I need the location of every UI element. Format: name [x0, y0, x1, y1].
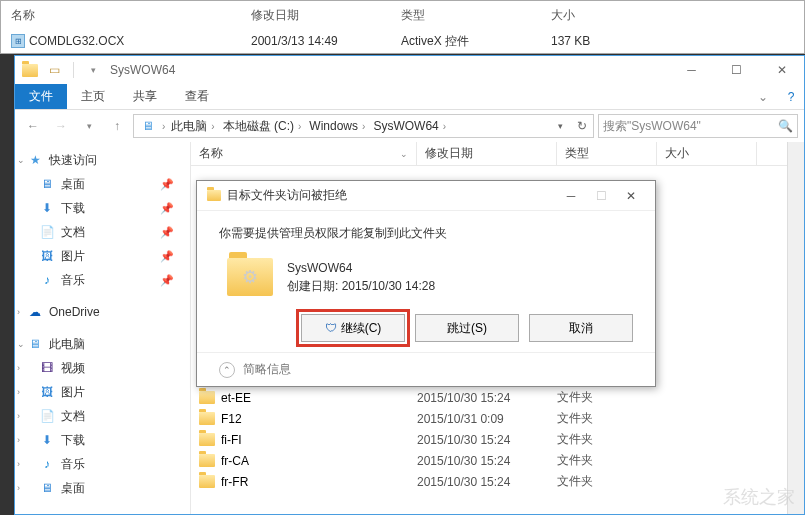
search-icon[interactable]: 🔍	[778, 119, 793, 133]
chevron-right-icon[interactable]: ›	[17, 483, 20, 493]
refresh-icon[interactable]: ↻	[571, 115, 593, 137]
qat-dropdown-icon[interactable]: ▾	[82, 59, 104, 81]
dialog-footer[interactable]: ⌃ 简略信息	[197, 352, 655, 386]
sidebar-item-download[interactable]: ⬇下载📌	[15, 196, 190, 220]
recent-dropdown[interactable]: ▾	[77, 114, 101, 138]
file-row[interactable]: F122015/10/31 0:09文件夹	[191, 408, 804, 429]
sidebar-item-picture[interactable]: 🖼图片📌	[15, 244, 190, 268]
col-date[interactable]: 修改日期	[251, 7, 401, 24]
address-bar[interactable]: 🖥 › 此电脑› 本地磁盘 (C:)› Windows› SysWOW64› ▾…	[133, 114, 594, 138]
sidebar-item-desktop[interactable]: 🖥桌面📌	[15, 172, 190, 196]
col-type[interactable]: 类型	[401, 7, 551, 24]
cancel-button[interactable]: 取消	[529, 314, 633, 342]
pin-icon[interactable]: 📌	[160, 250, 174, 263]
vertical-scrollbar[interactable]	[787, 142, 804, 514]
sidebar-quick-access[interactable]: ⌄ ★ 快速访问	[15, 148, 190, 172]
file-name: COMDLG32.OCX	[29, 34, 124, 48]
forward-button[interactable]: →	[49, 114, 73, 138]
file-row[interactable]: fr-CA2015/10/30 15:24文件夹	[191, 450, 804, 471]
minimize-button[interactable]: ─	[669, 56, 714, 84]
chevron-right-icon[interactable]: ›	[17, 363, 20, 373]
sidebar-thispc[interactable]: ⌄ 🖥 此电脑	[15, 332, 190, 356]
chevron-right-icon[interactable]: ›	[17, 411, 20, 421]
sidebar-item-picture[interactable]: ›🖼图片	[15, 380, 190, 404]
tab-file[interactable]: 文件	[15, 84, 67, 109]
chevron-down-icon[interactable]: ⌄	[17, 155, 25, 165]
continue-button[interactable]: 🛡 继续(C)	[301, 314, 405, 342]
addr-dropdown-icon[interactable]: ▾	[549, 115, 571, 137]
dialog-close-button[interactable]: ✕	[617, 184, 645, 208]
sidebar-item-music[interactable]: ›♪音乐	[15, 452, 190, 476]
ocx-icon: ⊞	[11, 34, 25, 48]
titlebar[interactable]: ▭ ▾ SysWOW64 ─ ☐ ✕	[15, 56, 804, 84]
col-name[interactable]: 名称	[11, 7, 251, 24]
pin-icon[interactable]: 📌	[160, 178, 174, 191]
col-name[interactable]: 名称⌄	[191, 142, 417, 165]
col-size[interactable]: 大小	[657, 142, 757, 165]
pin-icon[interactable]: 📌	[160, 226, 174, 239]
crumb-thispc[interactable]: 此电脑›	[167, 115, 218, 137]
chevron-right-icon[interactable]: ›	[17, 387, 20, 397]
target-folder-name: SysWOW64	[287, 259, 435, 277]
column-headers: 名称⌄ 修改日期 类型 大小	[191, 142, 804, 166]
chevron-up-icon: ⌃	[219, 362, 235, 378]
file-row[interactable]: fr-FR2015/10/30 15:24文件夹	[191, 471, 804, 492]
dialog-title: 目标文件夹访问被拒绝	[227, 187, 347, 204]
back-button[interactable]: ←	[21, 114, 45, 138]
col-size[interactable]: 大小	[551, 7, 701, 24]
tab-share[interactable]: 共享	[119, 84, 171, 109]
chevron-right-icon[interactable]: ›	[17, 459, 20, 469]
pc-icon: 🖥	[138, 116, 158, 136]
dialog-maximize-button[interactable]: ☐	[587, 184, 615, 208]
document-icon: 📄	[39, 408, 55, 424]
sidebar-onedrive[interactable]: › ☁ OneDrive	[15, 300, 190, 324]
folder-icon	[199, 433, 215, 446]
ribbon-tabs: 文件 主页 共享 查看 ⌄ ?	[15, 84, 804, 110]
music-icon: ♪	[39, 456, 55, 472]
sidebar-item-document[interactable]: 📄文档📌	[15, 220, 190, 244]
close-button[interactable]: ✕	[759, 56, 804, 84]
tab-home[interactable]: 主页	[67, 84, 119, 109]
qat-properties-icon[interactable]: ▭	[43, 59, 65, 81]
star-icon: ★	[27, 152, 43, 168]
sidebar-item-music[interactable]: ♪音乐📌	[15, 268, 190, 292]
up-button[interactable]: ↑	[105, 114, 129, 138]
chevron-down-icon[interactable]: ⌄	[17, 339, 25, 349]
file-row[interactable]: et-EE2015/10/30 15:24文件夹	[191, 387, 804, 408]
folder-icon	[199, 412, 215, 425]
help-icon[interactable]: ?	[778, 84, 804, 109]
crumb-syswow64[interactable]: SysWOW64›	[369, 115, 450, 137]
dialog-titlebar[interactable]: 目标文件夹访问被拒绝 ─ ☐ ✕	[197, 181, 655, 211]
desktop-icon: 🖥	[39, 480, 55, 496]
skip-button[interactable]: 跳过(S)	[415, 314, 519, 342]
parent-file-row[interactable]: ⊞COMDLG32.OCX 2001/3/13 14:49 ActiveX 控件…	[1, 29, 804, 53]
search-input[interactable]: 搜索"SysWOW64" 🔍	[598, 114, 798, 138]
maximize-button[interactable]: ☐	[714, 56, 759, 84]
sidebar-item-document[interactable]: ›📄文档	[15, 404, 190, 428]
desktop-icon: 🖥	[39, 176, 55, 192]
navbar: ← → ▾ ↑ 🖥 › 此电脑› 本地磁盘 (C:)› Windows› Sys…	[15, 110, 804, 142]
chevron-right-icon[interactable]: ›	[17, 435, 20, 445]
col-date[interactable]: 修改日期	[417, 142, 557, 165]
divider	[73, 62, 74, 78]
folder-icon	[199, 391, 215, 404]
music-icon: ♪	[39, 272, 55, 288]
parent-window: 名称 修改日期 类型 大小 ⊞COMDLG32.OCX 2001/3/13 14…	[0, 0, 805, 54]
sidebar-item-video[interactable]: ›🎞视频	[15, 356, 190, 380]
ribbon-expand-icon[interactable]: ⌄	[748, 84, 778, 109]
pc-icon: 🖥	[27, 336, 43, 352]
picture-icon: 🖼	[39, 384, 55, 400]
pin-icon[interactable]: 📌	[160, 202, 174, 215]
sidebar-item-desktop[interactable]: ›🖥桌面	[15, 476, 190, 500]
dialog-minimize-button[interactable]: ─	[557, 184, 585, 208]
file-row[interactable]: fi-FI2015/10/30 15:24文件夹	[191, 429, 804, 450]
tab-view[interactable]: 查看	[171, 84, 223, 109]
crumb-drive[interactable]: 本地磁盘 (C:)›	[219, 115, 306, 137]
access-denied-dialog: 目标文件夹访问被拒绝 ─ ☐ ✕ 你需要提供管理员权限才能复制到此文件夹 ⚙ S…	[196, 180, 656, 387]
col-type[interactable]: 类型	[557, 142, 657, 165]
file-size: 137 KB	[551, 34, 701, 48]
pin-icon[interactable]: 📌	[160, 274, 174, 287]
chevron-right-icon[interactable]: ›	[17, 307, 20, 317]
sidebar-item-download[interactable]: ›⬇下载	[15, 428, 190, 452]
crumb-windows[interactable]: Windows›	[305, 115, 369, 137]
